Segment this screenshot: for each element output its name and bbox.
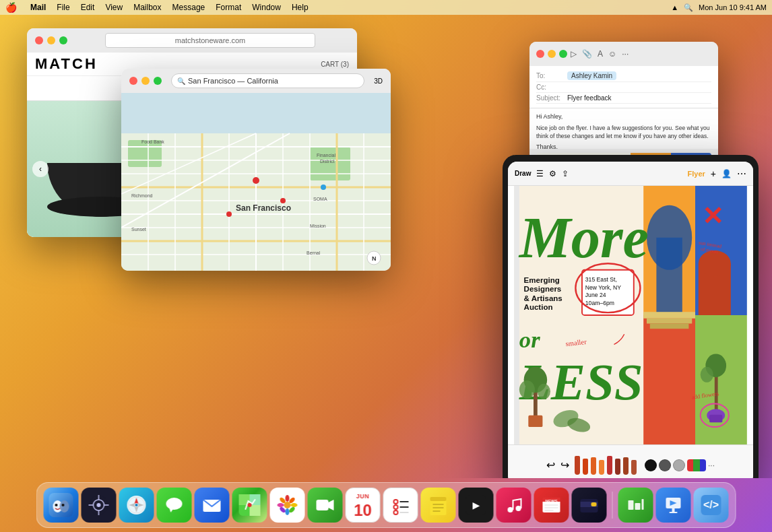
svg-rect-71 <box>643 312 695 319</box>
ipad-device: Draw ☰ ⚙ ⇪ Flyer + 👤 ⋯ <box>503 155 759 478</box>
ipad-swatch-black[interactable] <box>645 459 657 471</box>
safari-url-text: matchstoneware.com <box>175 36 246 44</box>
dock-facetime[interactable] <box>308 488 343 523</box>
ipad-color-swatches: ··· <box>645 459 715 471</box>
ipad-doc-title: Flyer <box>688 170 705 178</box>
svg-text:District: District <box>320 159 334 164</box>
svg-text:NEWS: NEWS <box>546 499 558 503</box>
mail-body[interactable]: Hi Ashley, Nice job on the flyer. I have… <box>529 108 718 149</box>
mail-close-button[interactable] <box>536 50 544 58</box>
dock-photos[interactable] <box>270 488 305 523</box>
menubar-format[interactable]: Format <box>216 3 241 12</box>
maps-3d-button[interactable]: 3D <box>374 77 383 85</box>
dock-wallet[interactable] <box>572 488 607 523</box>
menubar-window[interactable]: Window <box>252 3 281 12</box>
maps-search-bar[interactable]: 🔍 San Francisco — California <box>171 73 364 88</box>
dock-appletv[interactable]: ▶ <box>459 488 494 523</box>
svg-rect-95 <box>528 415 542 427</box>
safari-prev-button[interactable]: ‹ <box>32 161 49 177</box>
safari-close-button[interactable] <box>35 36 43 44</box>
svg-rect-169 <box>642 499 644 510</box>
svg-point-123 <box>135 504 138 506</box>
apple-menu[interactable]: 🍎 <box>5 2 17 13</box>
svg-text:Mission: Mission <box>310 224 326 228</box>
maps-search-text: San Francisco — California <box>188 77 278 85</box>
svg-rect-150 <box>430 497 447 501</box>
sf-map[interactable]: San Francisco Food Bank Financial Distri… <box>121 93 391 271</box>
ipad-undo-icon[interactable]: ↩ <box>546 459 555 471</box>
ipad-pen-4[interactable] <box>599 460 604 475</box>
svg-text:10am–6pm: 10am–6pm <box>585 300 614 306</box>
ipad-color-picker[interactable] <box>687 459 706 471</box>
ipad-more-options-icon[interactable]: ⋯ <box>737 168 746 179</box>
dock-calendar[interactable]: JUN 10 <box>346 488 381 523</box>
menubar-help[interactable]: Help <box>292 3 309 12</box>
menubar-mailbox[interactable]: Mailbox <box>133 3 161 12</box>
menubar-wifi-icon[interactable]: ▲ <box>671 3 678 11</box>
mail-emoji-icon[interactable]: ☺ <box>608 49 616 59</box>
dock-maps[interactable] <box>232 488 267 523</box>
mail-minimize-button[interactable] <box>548 50 556 58</box>
maps-minimize-button[interactable] <box>141 77 150 85</box>
dock-notes[interactable] <box>421 488 456 523</box>
ipad-add-icon[interactable]: + <box>711 168 716 179</box>
dock-safari[interactable] <box>119 488 154 523</box>
mail-attach-icon[interactable]: 📎 <box>582 49 592 59</box>
dock-finder[interactable] <box>44 488 79 523</box>
ipad-pen-8[interactable] <box>631 460 637 475</box>
ipad-pen-2[interactable] <box>583 459 588 475</box>
ipad-toolbar-settings-icon[interactable]: ⚙ <box>549 169 556 178</box>
safari-minimize-button[interactable] <box>47 36 55 44</box>
maps-fullscreen-button[interactable] <box>154 77 162 85</box>
dock-launchpad[interactable] <box>82 488 117 523</box>
dock-mail[interactable] <box>195 488 230 523</box>
ipad-toolbar-share-icon[interactable]: ⇪ <box>562 169 569 178</box>
ipad-toolbar-list-icon[interactable]: ☰ <box>536 169 544 178</box>
ipad-pen-1[interactable] <box>575 456 580 475</box>
dock-keynote[interactable] <box>656 488 691 523</box>
ipad-pen-6[interactable] <box>615 459 620 475</box>
safari-cart[interactable]: CART (3) <box>321 61 349 68</box>
svg-point-145 <box>394 505 398 509</box>
mail-subject-field[interactable]: Subject: Flyer feedback <box>536 93 711 104</box>
mail-to-label: To: <box>536 72 563 79</box>
dock-reminders[interactable] <box>383 488 418 523</box>
mail-fullscreen-button[interactable] <box>559 50 567 58</box>
mail-more-icon[interactable]: ··· <box>622 49 629 59</box>
menubar-view[interactable]: View <box>105 3 123 12</box>
ipad-redo-icon[interactable]: ↪ <box>560 459 569 471</box>
ipad-pen-tools <box>575 456 637 475</box>
safari-url-bar[interactable]: matchstoneware.com <box>105 33 315 48</box>
menubar-message[interactable]: Message <box>172 3 205 12</box>
ipad-bottom-toolbar: ↩ ↪ <box>508 444 753 478</box>
mail-format-icon[interactable]: A <box>598 49 603 59</box>
safari-fullscreen-button[interactable] <box>59 36 67 44</box>
svg-text:▶: ▶ <box>472 500 480 510</box>
ipad-collab-icon[interactable]: 👤 <box>721 169 732 178</box>
mail-recipient-chip[interactable]: Ashley Kamin <box>567 71 616 80</box>
svg-rect-2 <box>310 147 350 180</box>
svg-rect-66 <box>514 186 519 444</box>
ipad-swatch-darkgray[interactable] <box>659 459 671 471</box>
svg-text:Food Bank: Food Bank <box>141 139 164 144</box>
maps-close-button[interactable] <box>129 77 137 85</box>
svg-text:Designers: Designers <box>524 285 562 293</box>
dock-xcode[interactable]: </> <box>694 488 729 523</box>
dock-music[interactable] <box>496 488 532 523</box>
dock-calendar-month: JUN <box>354 492 372 501</box>
mail-send-icon[interactable]: ▷ <box>571 49 577 59</box>
svg-text:Auction: Auction <box>524 303 553 311</box>
ipad-draw-button[interactable]: Draw <box>515 170 531 177</box>
ipad-more-colors[interactable]: ··· <box>708 461 715 470</box>
ipad-pen-5[interactable] <box>607 456 612 475</box>
dock-news[interactable]: NEWS <box>534 488 569 523</box>
ipad-pen-7[interactable] <box>623 457 629 475</box>
dock-numbers[interactable] <box>618 488 653 523</box>
dock-messages[interactable] <box>157 488 192 523</box>
menubar-search-icon[interactable]: 🔍 <box>684 3 693 12</box>
ipad-pen-3[interactable] <box>591 457 596 475</box>
menubar-file[interactable]: File <box>57 3 69 12</box>
menubar-app-mail[interactable]: Mail <box>30 3 46 12</box>
menubar-edit[interactable]: Edit <box>81 3 95 12</box>
ipad-swatch-gray[interactable] <box>673 459 685 471</box>
